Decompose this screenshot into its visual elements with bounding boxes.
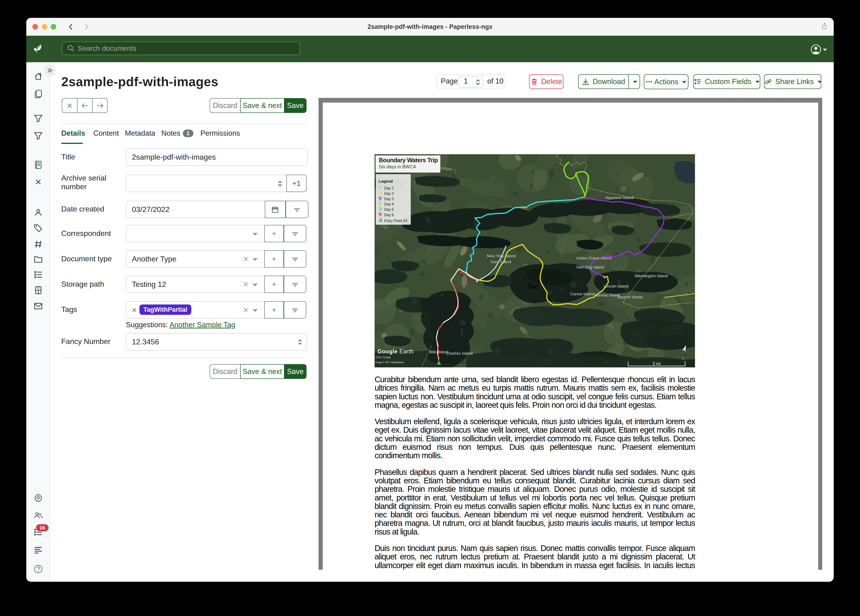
svg-text:Norway Island: Norway Island [594, 293, 620, 297]
svg-text:Half Dog Island: Half Dog Island [576, 265, 604, 269]
svg-text:Gary Island: Gary Island [491, 259, 511, 264]
svg-text:Lincoln Island: Lincoln Island [604, 284, 628, 289]
svg-text:Hausons Island: Hausons Island [606, 195, 633, 200]
svg-text:3 mi: 3 mi [653, 361, 661, 366]
svg-text:Washington Island: Washington Island [635, 273, 668, 278]
svg-text:Text: Text [527, 283, 539, 291]
svg-text:Indian Grave Island: Indian Grave Island [576, 256, 611, 260]
svg-text:©2017 Google: ©2017 Google [375, 356, 391, 359]
svg-text:Google Earth: Google Earth [377, 348, 414, 355]
svg-text:Charlies Island: Charlies Island [446, 351, 473, 356]
svg-text:Mile Island: Mile Island [429, 350, 448, 354]
svg-text:Squirrel Island: Squirrel Island [617, 295, 643, 299]
svg-text:N: N [680, 355, 685, 361]
svg-text:New York Island: New York Island [487, 253, 516, 258]
svg-text:Canoe Island: Canoe Island [570, 292, 594, 296]
svg-text:Image © 2017 DigitalGlobe: Image © 2017 DigitalGlobe [375, 361, 404, 364]
